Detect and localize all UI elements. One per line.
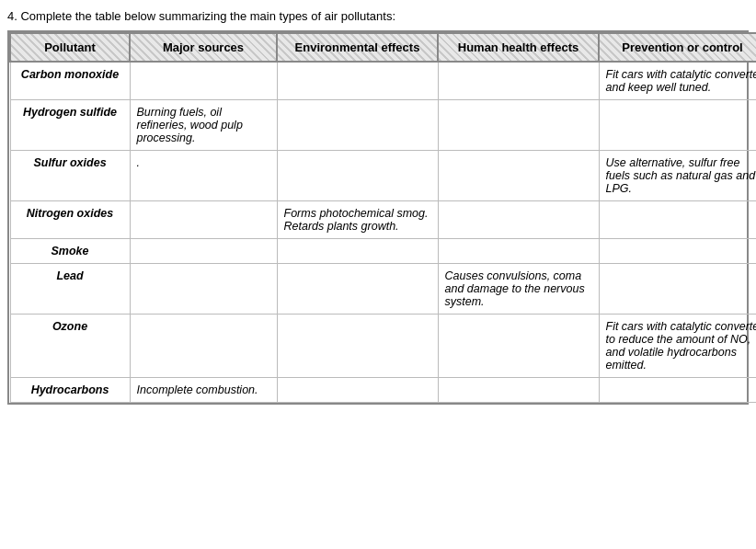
header-health: Human health effects <box>438 33 599 62</box>
table-row: Hydrogen sulfideBurning fuels, oil refin… <box>10 100 756 151</box>
cell-pollutant-7: Hydrocarbons <box>10 378 130 403</box>
cell-pollutant-4: Smoke <box>10 239 130 264</box>
cell-sources-6 <box>130 315 277 378</box>
cell-pollutant-5: Lead <box>10 264 130 315</box>
cell-health-6 <box>438 315 599 378</box>
question-number: 4. <box>7 9 17 23</box>
cell-sources-7: Incomplete combustion. <box>130 378 277 403</box>
cell-environmental-1 <box>277 100 438 151</box>
cell-pollutant-3: Nitrogen oxides <box>10 201 130 239</box>
cell-prevention-0: Fit cars with catalytic converte and kee… <box>599 62 756 100</box>
question-text: Complete the table below summarizing the… <box>20 9 395 23</box>
cell-health-1 <box>438 100 599 151</box>
table-row: LeadCauses convulsions, coma and damage … <box>10 264 756 315</box>
cell-health-7 <box>438 378 599 403</box>
cell-prevention-7 <box>599 378 756 403</box>
cell-prevention-3 <box>599 201 756 239</box>
cell-pollutant-6: Ozone <box>10 315 130 378</box>
cell-sources-3 <box>130 201 277 239</box>
table-row: OzoneFit cars with catalytic converte to… <box>10 315 756 378</box>
cell-health-3 <box>438 201 599 239</box>
cell-environmental-2 <box>277 151 438 201</box>
header-sources: Major sources <box>130 33 277 62</box>
cell-sources-5 <box>130 264 277 315</box>
header-environmental: Environmental effects <box>277 33 438 62</box>
header-prevention: Prevention or control <box>599 33 756 62</box>
cell-prevention-5 <box>599 264 756 315</box>
cell-environmental-4 <box>277 239 438 264</box>
cell-environmental-3: Forms photochemical smog. Retards plants… <box>277 201 438 239</box>
table-row: Smoke <box>10 239 756 264</box>
cell-sources-0 <box>130 62 277 100</box>
cell-sources-2: . <box>130 151 277 201</box>
cell-prevention-6: Fit cars with catalytic converte to redu… <box>599 315 756 378</box>
cell-prevention-4 <box>599 239 756 264</box>
pollutants-table: Pollutant Major sources Environmental ef… <box>9 32 756 403</box>
cell-health-5: Causes convulsions, coma and damage to t… <box>438 264 599 315</box>
cell-pollutant-2: Sulfur oxides <box>10 151 130 201</box>
cell-sources-1: Burning fuels, oil refineries, wood pulp… <box>130 100 277 151</box>
table-header-row: Pollutant Major sources Environmental ef… <box>10 33 756 62</box>
table-row: Sulfur oxides.Use alternative, sulfur fr… <box>10 151 756 201</box>
cell-pollutant-0: Carbon monoxide <box>10 62 130 100</box>
cell-environmental-5 <box>277 264 438 315</box>
cell-pollutant-1: Hydrogen sulfide <box>10 100 130 151</box>
main-table-wrapper: Pollutant Major sources Environmental ef… <box>7 30 749 405</box>
cell-health-2 <box>438 151 599 201</box>
cell-health-4 <box>438 239 599 264</box>
question-header: 4. Complete the table below summarizing … <box>7 9 749 23</box>
cell-sources-4 <box>130 239 277 264</box>
cell-environmental-0 <box>277 62 438 100</box>
cell-environmental-6 <box>277 315 438 378</box>
header-pollutant: Pollutant <box>10 33 130 62</box>
cell-health-0 <box>438 62 599 100</box>
cell-prevention-2: Use alternative, sulfur free fuels such … <box>599 151 756 201</box>
cell-environmental-7 <box>277 378 438 403</box>
table-row: Nitrogen oxidesForms photochemical smog.… <box>10 201 756 239</box>
table-row: Carbon monoxideFit cars with catalytic c… <box>10 62 756 100</box>
cell-prevention-1 <box>599 100 756 151</box>
table-row: HydrocarbonsIncomplete combustion. <box>10 378 756 403</box>
